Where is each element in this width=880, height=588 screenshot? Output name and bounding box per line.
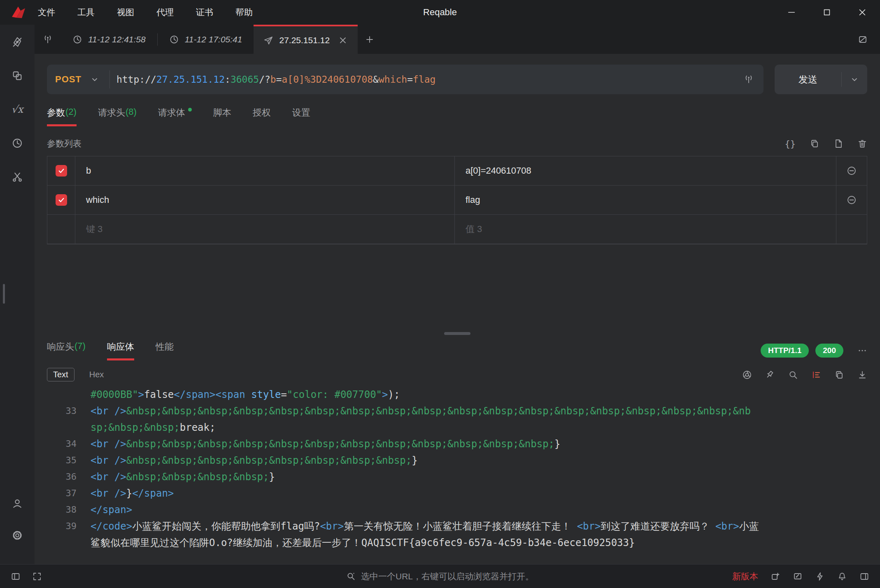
copy-icon[interactable] xyxy=(810,139,819,149)
code-line: 36<br />&nbsp;&nbsp;&nbsp;&nbsp;} xyxy=(47,469,867,485)
composer-icon[interactable] xyxy=(8,33,26,51)
remove-row-icon[interactable] xyxy=(836,186,867,215)
line-number: 34 xyxy=(47,436,77,452)
expand-corners-icon[interactable] xyxy=(32,572,42,581)
close-button[interactable] xyxy=(858,8,867,17)
more-options-icon[interactable] xyxy=(857,346,867,356)
url-segment: http:// xyxy=(116,74,156,85)
code-line-text: <br />&nbsp;&nbsp;&nbsp;&nbsp;&nbsp;&nbs… xyxy=(77,436,561,452)
code-line-text: <br />&nbsp;&nbsp;&nbsp;&nbsp;} xyxy=(77,469,275,485)
url-segment: = xyxy=(407,74,413,85)
tab-response-body[interactable]: 响应体 xyxy=(107,341,134,360)
code-line: 35<br />&nbsp;&nbsp;&nbsp;&nbsp;&nbsp;&n… xyxy=(47,452,867,469)
method-select[interactable]: POST xyxy=(47,70,110,88)
settings-gear-icon[interactable] xyxy=(8,526,26,544)
collection-icon[interactable] xyxy=(8,67,26,85)
sidebar-scroll-handle[interactable] xyxy=(3,284,5,304)
session-tabbar: 11-12 12:41:58 11-12 17:05:41 27.25.151.… xyxy=(35,25,880,54)
export-icon[interactable] xyxy=(771,572,780,581)
request-tabs: 参数(2) 请求头(8) 请求体 脚本 授权 设置 xyxy=(47,107,867,126)
params-table: b a[0]=240610708 which flag 键 3 值 3 xyxy=(47,156,867,244)
history-icon[interactable] xyxy=(8,134,26,152)
line-number: 37 xyxy=(47,485,77,502)
pane-splitter[interactable] xyxy=(35,330,880,337)
url-segment: b xyxy=(270,74,276,85)
user-icon[interactable] xyxy=(8,494,26,512)
param-value-field[interactable]: a[0]=240610708 xyxy=(455,156,836,186)
copy-icon[interactable] xyxy=(834,370,844,380)
param-value-field[interactable]: 值 3 xyxy=(455,215,836,244)
new-tab-button[interactable] xyxy=(358,25,382,54)
tab-request-body[interactable]: 请求体 xyxy=(158,107,192,126)
menu-help[interactable]: 帮助 xyxy=(235,5,254,20)
menu-bar: 文件 工具 视图 代理 证书 帮助 xyxy=(37,5,254,20)
tab-history-2[interactable]: 11-12 17:05:41 xyxy=(158,25,254,54)
code-line-text: <br />&nbsp;&nbsp;&nbsp;&nbsp;&nbsp;&nbs… xyxy=(77,452,418,469)
file-icon[interactable] xyxy=(833,139,843,149)
send-button[interactable]: 发送 xyxy=(775,65,867,94)
layout-columns-icon[interactable] xyxy=(859,572,869,581)
param-value-field[interactable]: flag xyxy=(455,186,836,215)
send-options-chevron-icon[interactable] xyxy=(842,74,867,84)
param-checkbox[interactable] xyxy=(47,156,75,186)
url-input[interactable]: http://27.25.151.12:36065/?b=a[0]%3D2406… xyxy=(110,74,734,85)
menu-proxy[interactable]: 代理 xyxy=(156,5,175,20)
url-segment: & xyxy=(373,74,379,85)
code-line: 34<br />&nbsp;&nbsp;&nbsp;&nbsp;&nbsp;&n… xyxy=(47,436,867,452)
tab-request-headers[interactable]: 请求头(8) xyxy=(98,107,137,126)
chevron-down-icon xyxy=(90,74,100,84)
feedback-icon[interactable] xyxy=(793,572,803,581)
code-line-text: <br />&nbsp;&nbsp;&nbsp;&nbsp;&nbsp;&nbs… xyxy=(77,403,751,419)
menu-tools[interactable]: 工具 xyxy=(77,5,95,20)
trash-icon[interactable] xyxy=(857,139,867,149)
tab-params[interactable]: 参数(2) xyxy=(47,107,77,126)
param-checkbox[interactable] xyxy=(47,186,75,215)
method-label: POST xyxy=(55,74,81,85)
url-segment: : xyxy=(225,74,230,85)
new-version-link[interactable]: 新版本 xyxy=(732,571,758,582)
search-icon[interactable] xyxy=(788,370,798,380)
menu-certificate[interactable]: 证书 xyxy=(195,5,214,20)
body-present-dot xyxy=(188,108,192,112)
splitter-grip[interactable] xyxy=(444,332,470,335)
antenna-icon[interactable] xyxy=(35,25,61,54)
url-segment: which xyxy=(379,74,407,85)
tab-active-request[interactable]: 27.25.151.12 xyxy=(254,25,358,54)
maximize-button[interactable] xyxy=(822,8,831,17)
toolbox-icon[interactable] xyxy=(8,168,26,186)
pin-icon[interactable] xyxy=(765,370,775,380)
json-braces-icon[interactable]: {} xyxy=(785,139,796,149)
param-key-field[interactable]: b xyxy=(75,156,455,186)
lightning-icon[interactable] xyxy=(815,572,825,581)
response-body-code[interactable]: #0000BB">false</span><span style="color:… xyxy=(47,386,867,564)
tab-script[interactable]: 脚本 xyxy=(213,107,231,126)
tab-response-headers[interactable]: 响应头(7) xyxy=(47,341,86,360)
capture-disabled-icon[interactable] xyxy=(858,25,880,54)
remove-row-icon[interactable] xyxy=(836,156,867,186)
tab-authorization[interactable]: 授权 xyxy=(253,107,271,126)
checkbox-checked[interactable] xyxy=(56,194,67,206)
minimize-button[interactable] xyxy=(787,8,796,17)
panel-toggle-icon[interactable] xyxy=(11,572,21,581)
tab-performance[interactable]: 性能 xyxy=(156,341,174,360)
close-tab-icon[interactable] xyxy=(338,35,348,45)
view-tab-text[interactable]: Text xyxy=(47,368,74,381)
download-icon[interactable] xyxy=(857,370,867,380)
antenna-icon[interactable] xyxy=(744,74,754,84)
open-in-browser-icon[interactable] xyxy=(742,370,752,380)
script-icon[interactable]: √x xyxy=(8,100,26,119)
param-key-field[interactable]: which xyxy=(75,186,455,215)
menu-view[interactable]: 视图 xyxy=(116,5,135,20)
status-hint: 选中一个URL，右键可以启动浏览器并打开。 xyxy=(346,571,534,582)
params-toolbar: {} xyxy=(785,139,868,149)
tab-history-1[interactable]: 11-12 12:41:58 xyxy=(61,25,157,54)
format-icon[interactable] xyxy=(811,370,821,380)
menu-file[interactable]: 文件 xyxy=(37,5,56,20)
checkbox-checked[interactable] xyxy=(56,165,67,177)
notification-bell-icon[interactable] xyxy=(837,572,847,581)
tab-label: 27.25.151.12 xyxy=(279,35,330,45)
titlebar: 文件 工具 视图 代理 证书 帮助 Reqable xyxy=(0,0,880,25)
view-tab-hex[interactable]: Hex xyxy=(87,368,107,381)
tab-settings[interactable]: 设置 xyxy=(292,107,310,126)
param-key-field[interactable]: 键 3 xyxy=(75,215,455,244)
